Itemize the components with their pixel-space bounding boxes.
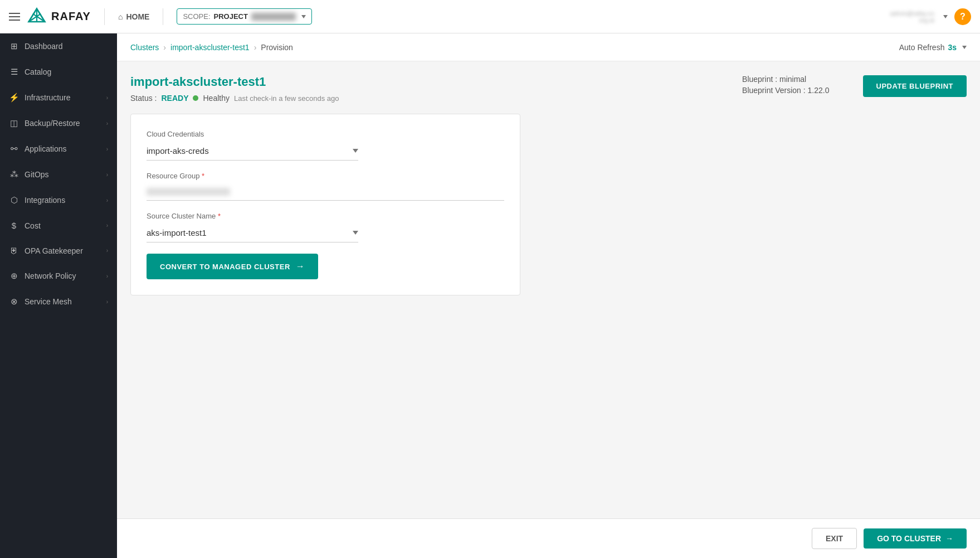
auto-refresh-control[interactable]: Auto Refresh 3s — [899, 43, 967, 52]
breadcrumb-bar: Clusters › import-akscluster-test1 › Pro… — [117, 33, 980, 61]
sidebar-item-opa-gatekeeper[interactable]: ⛨ OPA Gatekeeper › — [0, 238, 117, 263]
sidebar-item-dashboard[interactable]: ⊞ Dashboard — [0, 33, 117, 59]
logo-text: RAFAY — [51, 10, 91, 23]
logo-icon — [27, 7, 47, 27]
chevron-right-icon: › — [106, 299, 108, 305]
breadcrumb-separator-1: › — [163, 43, 166, 52]
source-cluster-select[interactable]: aks-import-test1 — [147, 224, 358, 242]
sidebar-item-label: Infrastructure — [25, 93, 101, 102]
cluster-info: import-akscluster-test1 Status : READY H… — [130, 75, 339, 103]
blueprint-label: Blueprint : — [742, 75, 777, 84]
sidebar-item-label: Dashboard — [25, 42, 108, 51]
cloud-credentials-select[interactable]: import-aks-creds — [147, 142, 358, 161]
chevron-right-icon: › — [106, 172, 108, 178]
scope-type: PROJECT — [214, 12, 248, 21]
sidebar-item-label: Network Policy — [25, 271, 101, 280]
resource-group-group: Resource Group * — [147, 172, 504, 201]
resource-group-required: * — [202, 172, 204, 180]
goto-cluster-arrow-icon: → — [945, 534, 953, 543]
cloud-credentials-label: Cloud Credentials — [147, 130, 504, 138]
sidebar-item-cost[interactable]: $ Cost › — [0, 213, 117, 238]
sidebar-item-catalog[interactable]: ☰ Catalog — [0, 59, 117, 85]
sidebar-item-label: GitOps — [25, 170, 101, 179]
cluster-status: Status : READY Healthy Last check-in a f… — [130, 94, 339, 103]
breadcrumb-clusters-link[interactable]: Clusters — [130, 43, 159, 52]
sidebar-item-label: Backup/Restore — [25, 119, 101, 128]
sidebar-item-service-mesh[interactable]: ⊗ Service Mesh › — [0, 289, 117, 314]
resource-group-label: Resource Group * — [147, 172, 504, 180]
chevron-right-icon: › — [106, 273, 108, 279]
sidebar: ⊞ Dashboard ☰ Catalog ⚡ Infrastructure ›… — [0, 33, 117, 558]
sidebar-item-applications[interactable]: ⚯ Applications › — [0, 136, 117, 162]
hamburger-menu[interactable] — [9, 13, 20, 21]
breadcrumb-separator-2: › — [254, 43, 257, 52]
nav-divider — [104, 8, 105, 25]
health-dot-icon — [193, 95, 198, 101]
cost-icon: $ — [9, 221, 19, 230]
scope-value — [251, 13, 296, 21]
chevron-right-icon: › — [106, 120, 108, 127]
sidebar-item-gitops[interactable]: ⁂ GitOps › — [0, 162, 117, 187]
help-button[interactable]: ? — [954, 8, 971, 25]
convert-to-managed-cluster-button[interactable]: CONVERT TO MANAGED CLUSTER → — [147, 254, 318, 279]
sidebar-item-infrastructure[interactable]: ⚡ Infrastructure › — [0, 85, 117, 110]
cloud-credentials-value: import-aks-creds — [147, 146, 209, 156]
source-cluster-required: * — [218, 212, 221, 220]
auto-refresh-value: 3s — [948, 43, 957, 52]
goto-cluster-label: GO TO CLUSTER — [877, 534, 941, 543]
user-role: org.ai — [890, 17, 934, 23]
cluster-header: import-akscluster-test1 Status : READY H… — [130, 75, 967, 103]
source-cluster-dropdown-icon — [353, 231, 358, 235]
sidebar-item-label: Catalog — [25, 67, 108, 76]
catalog-icon: ☰ — [9, 67, 19, 77]
sidebar-item-integrations[interactable]: ⬡ Integrations › — [0, 187, 117, 213]
blueprint-name-row: Blueprint : minimal — [742, 75, 829, 84]
network-policy-icon: ⊕ — [9, 271, 19, 281]
status-value: READY — [161, 94, 188, 103]
chevron-right-icon: › — [106, 95, 108, 101]
blueprint-actions: UPDATE BLUEPRINT — [863, 75, 967, 97]
sidebar-item-label: Applications — [25, 144, 101, 153]
backup-icon: ◫ — [9, 118, 19, 128]
blueprint-value: minimal — [779, 75, 806, 84]
main-content: Clusters › import-akscluster-test1 › Pro… — [117, 33, 980, 558]
blueprint-info: Blueprint : minimal Blueprint Version : … — [742, 75, 829, 97]
blueprint-version-label: Blueprint Version : — [742, 86, 806, 95]
breadcrumb-current-page: Provision — [261, 43, 293, 52]
status-label: Status : — [130, 94, 157, 103]
last-checkin: Last check-in a few seconds ago — [234, 94, 339, 103]
source-cluster-label: Source Cluster Name * — [147, 212, 504, 220]
cluster-name: import-akscluster-test1 — [130, 75, 339, 89]
source-cluster-group: Source Cluster Name * aks-import-test1 — [147, 212, 504, 242]
breadcrumb-cluster-name: import-akscluster-test1 — [170, 43, 250, 52]
scope-selector[interactable]: SCOPE: PROJECT — [177, 8, 312, 25]
blueprint-version-value: 1.22.0 — [808, 86, 830, 95]
goto-cluster-button[interactable]: GO TO CLUSTER → — [864, 528, 967, 549]
resource-group-input[interactable] — [147, 183, 504, 201]
user-info: admin@rafay.co org.ai — [890, 10, 934, 23]
update-blueprint-button[interactable]: UPDATE BLUEPRINT — [863, 75, 967, 97]
user-email: admin@rafay.co — [890, 10, 934, 17]
home-icon: ⌂ — [118, 12, 123, 21]
exit-button[interactable]: EXIT — [812, 528, 857, 549]
sidebar-item-label: Integrations — [25, 196, 101, 205]
topnav: RAFAY ⌂ HOME SCOPE: PROJECT admin@rafay.… — [0, 0, 980, 33]
footer: EXIT GO TO CLUSTER → — [117, 518, 980, 558]
user-chevron-icon[interactable] — [943, 15, 948, 18]
cloud-credentials-dropdown-icon — [353, 149, 358, 153]
sidebar-item-backup-restore[interactable]: ◫ Backup/Restore › — [0, 110, 117, 136]
cloud-credentials-group: Cloud Credentials import-aks-creds — [147, 130, 504, 161]
auto-refresh-chevron-icon — [962, 46, 967, 49]
home-button[interactable]: ⌂ HOME — [118, 12, 149, 21]
chevron-right-icon: › — [106, 222, 108, 229]
sidebar-item-network-policy[interactable]: ⊕ Network Policy › — [0, 263, 117, 289]
chevron-right-icon: › — [106, 197, 108, 203]
applications-icon: ⚯ — [9, 144, 19, 154]
dashboard-icon: ⊞ — [9, 41, 19, 51]
service-mesh-icon: ⊗ — [9, 297, 19, 307]
resource-group-value — [147, 188, 230, 196]
chevron-right-icon: › — [106, 248, 108, 254]
nav-divider-2 — [163, 8, 163, 25]
sidebar-item-label: OPA Gatekeeper — [25, 246, 101, 255]
convert-btn-label: CONVERT TO MANAGED CLUSTER — [160, 263, 290, 271]
